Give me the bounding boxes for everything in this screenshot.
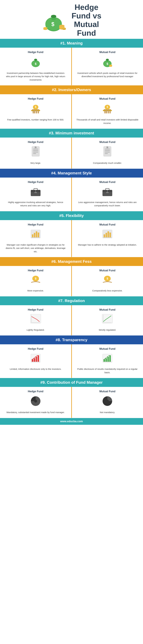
section-header-investors: #2. Investors/Owners bbox=[0, 86, 143, 94]
svg-rect-91 bbox=[36, 357, 37, 362]
svg-text:$: $ bbox=[106, 62, 108, 66]
right-icon-regulation bbox=[76, 314, 139, 326]
left-icon-management bbox=[4, 186, 67, 198]
svg-text:$: $ bbox=[35, 62, 36, 66]
right-cell-transparency: Mutual Fund Public disclosure of results… bbox=[72, 344, 143, 378]
left-icon-transparency bbox=[4, 352, 67, 365]
sections-container: #1. MeaningHedge Fund $ Investment partn… bbox=[0, 39, 143, 418]
right-icon-meaning: $ bbox=[76, 56, 139, 69]
left-cell-contribution: Hedge Fund Mandatory, substantial invest… bbox=[0, 387, 72, 418]
right-icon-transparency bbox=[76, 352, 139, 365]
right-title-minimum: Mutual Fund bbox=[76, 140, 139, 144]
svg-rect-27 bbox=[33, 111, 34, 114]
left-title-contribution: Hedge Fund bbox=[4, 390, 67, 393]
svg-point-101 bbox=[34, 400, 37, 402]
left-icon-minimum bbox=[4, 146, 67, 159]
right-text-meaning: Investment vehicle which pools savings o… bbox=[76, 72, 139, 78]
svg-rect-71 bbox=[104, 234, 105, 237]
section-row-fees: Hedge Fund $ More expensive.Mutual Fund … bbox=[0, 266, 143, 296]
section-header-regulation: #7. Regulation bbox=[0, 296, 143, 305]
left-cell-investors: Hedge Fund $ Few qualified investors, nu… bbox=[0, 94, 72, 128]
right-icon-contribution bbox=[76, 395, 139, 408]
svg-rect-96 bbox=[106, 358, 107, 362]
svg-text:$: $ bbox=[51, 21, 54, 27]
right-icon-flexibility bbox=[76, 228, 139, 241]
left-title-transparency: Hedge Fund bbox=[4, 347, 67, 350]
svg-rect-51 bbox=[105, 153, 108, 154]
left-text-contribution: Mandatory, substantial investment made b… bbox=[4, 411, 67, 414]
right-cell-meaning: Mutual Fund $ Investment vehicle which p… bbox=[72, 48, 143, 86]
right-text-management: Less aggressive management, hence return… bbox=[76, 201, 139, 207]
right-text-contribution: Not mandatory. bbox=[76, 411, 139, 414]
section-header-flexibility: #5. Flexibility bbox=[0, 211, 143, 220]
svg-rect-39 bbox=[110, 111, 111, 114]
svg-rect-29 bbox=[36, 110, 37, 114]
left-icon-investors: $ bbox=[4, 102, 67, 116]
right-text-minimum: Comparatively much smaller. bbox=[76, 161, 139, 165]
header-title: Hedge Fund vs Mutual Fund bbox=[72, 3, 101, 37]
right-title-regulation: Mutual Fund bbox=[76, 308, 139, 311]
left-text-investors: Few qualified investors, number ranging … bbox=[4, 118, 67, 122]
section-row-contribution: Hedge Fund Mandatory, substantial invest… bbox=[0, 387, 143, 418]
svg-rect-90 bbox=[34, 358, 35, 362]
right-icon-fees: $ bbox=[76, 274, 139, 287]
svg-rect-49 bbox=[105, 150, 110, 151]
svg-rect-44 bbox=[33, 153, 36, 154]
left-text-minimum: Very large. bbox=[4, 161, 67, 165]
svg-point-21 bbox=[109, 64, 112, 66]
header-left-icons: $ bbox=[42, 8, 68, 32]
svg-text:$: $ bbox=[107, 106, 108, 108]
right-text-fees: Comparatively less expensive. bbox=[76, 289, 139, 292]
right-text-transparency: Public disclosure of results mandatorily… bbox=[76, 368, 139, 374]
left-title-fees: Hedge Fund bbox=[4, 269, 67, 272]
footer: www.educba.com bbox=[0, 418, 143, 425]
svg-rect-38 bbox=[108, 110, 109, 114]
right-title-contribution: Mutual Fund bbox=[76, 390, 139, 393]
svg-rect-43 bbox=[33, 152, 38, 152]
svg-point-11 bbox=[43, 27, 48, 29]
right-title-fees: Mutual Fund bbox=[76, 269, 139, 272]
left-text-flexibility: Manager can make significant changes in … bbox=[4, 243, 67, 253]
section-row-meaning: Hedge Fund $ Investment partnership betw… bbox=[0, 48, 143, 86]
left-text-transparency: Limited, Information disclosure only to … bbox=[4, 368, 67, 371]
svg-rect-30 bbox=[38, 111, 39, 114]
right-title-meaning: Mutual Fund bbox=[76, 51, 139, 54]
svg-rect-66 bbox=[34, 233, 35, 237]
svg-rect-36 bbox=[104, 111, 106, 114]
svg-point-14 bbox=[34, 59, 37, 60]
left-text-meaning: Investment partnership between few estab… bbox=[4, 72, 67, 82]
right-title-management: Mutual Fund bbox=[76, 180, 139, 184]
svg-rect-37 bbox=[106, 110, 107, 114]
section-row-management: Hedge Fund Highly aggressive involving a… bbox=[0, 178, 143, 211]
svg-point-9 bbox=[62, 28, 66, 29]
left-title-regulation: Hedge Fund bbox=[4, 308, 67, 311]
left-icon-contribution bbox=[4, 395, 67, 408]
right-title-investors: Mutual Fund bbox=[76, 97, 139, 100]
svg-text:$: $ bbox=[35, 106, 36, 108]
svg-rect-41 bbox=[33, 149, 38, 150]
svg-point-103 bbox=[106, 400, 109, 402]
left-cell-management: Hedge Fund Highly aggressive involving a… bbox=[0, 178, 72, 211]
section-row-transparency: Hedge Fund Limited, Information disclosu… bbox=[0, 344, 143, 378]
section-row-regulation: Hedge Fund Lightly Regulated.Mutual Fund… bbox=[0, 305, 143, 336]
svg-rect-73 bbox=[108, 231, 109, 237]
right-icon-minimum bbox=[76, 146, 139, 159]
right-cell-contribution: Mutual Fund Not mandatory. bbox=[72, 387, 143, 418]
section-header-fees: #6. Management Fess bbox=[0, 257, 143, 266]
svg-point-7 bbox=[59, 25, 64, 27]
left-title-investors: Hedge Fund bbox=[4, 97, 67, 100]
svg-rect-65 bbox=[32, 234, 34, 237]
section-row-minimum: Hedge Fund Very large.Mutual Fund Compar… bbox=[0, 138, 143, 169]
right-icon-investors: $ bbox=[76, 102, 139, 116]
svg-rect-74 bbox=[110, 232, 111, 237]
page-header: $ Hedge Fund vs Mutual Fund bbox=[0, 0, 143, 39]
left-text-management: Highly aggressive involving advanced str… bbox=[4, 201, 67, 207]
right-text-flexibility: Manager has to adhere to the strategy ad… bbox=[76, 243, 139, 247]
left-text-regulation: Lightly Regulated. bbox=[4, 328, 67, 332]
right-icon-management bbox=[76, 186, 139, 198]
right-cell-minimum: Mutual Fund Comparatively much smaller. bbox=[72, 138, 143, 168]
svg-rect-68 bbox=[38, 232, 39, 237]
svg-rect-57 bbox=[34, 192, 37, 193]
left-cell-regulation: Hedge Fund Lightly Regulated. bbox=[0, 305, 72, 336]
svg-point-3 bbox=[51, 15, 56, 18]
